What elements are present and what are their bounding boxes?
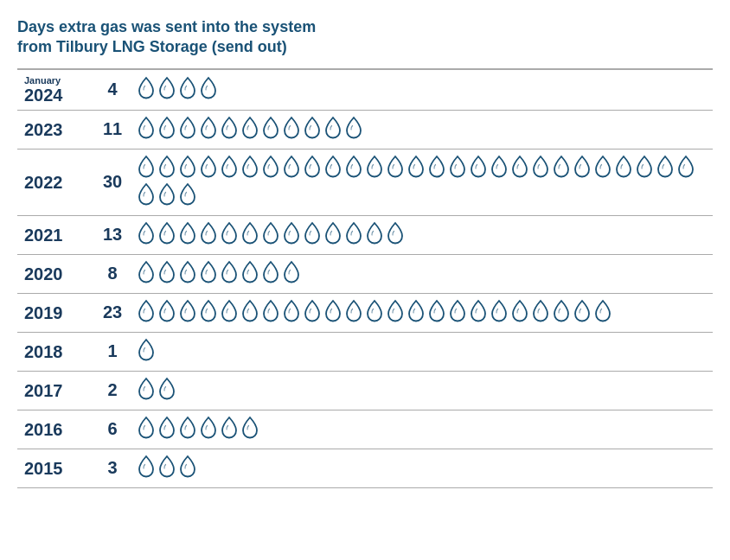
drop-icon [427, 155, 446, 179]
year-cell: 2021 [17, 215, 95, 254]
drop-icon [178, 416, 197, 440]
drop-icon [220, 116, 239, 140]
drop-icon [323, 221, 343, 245]
drop-icon [240, 416, 259, 440]
drop-icon [199, 116, 218, 140]
table-row: January20244 [17, 69, 713, 111]
drop-icon [427, 299, 446, 323]
drops-cell [130, 449, 713, 487]
year-cell: 2018 [17, 332, 95, 371]
drop-icon [282, 116, 301, 140]
drop-icon [178, 260, 197, 284]
year-cell: 2022 [17, 149, 95, 215]
drop-icon [261, 155, 280, 179]
drop-icon [157, 416, 176, 440]
drop-icon [137, 260, 156, 284]
drop-icon [157, 182, 176, 207]
drop-icon [178, 116, 197, 140]
drop-icon [157, 116, 176, 140]
drop-icon [303, 155, 322, 179]
drop-icon [240, 260, 259, 284]
drop-icon [552, 299, 571, 323]
year-cell: 2016 [17, 410, 95, 449]
drop-icon [282, 221, 301, 245]
table-row: 202311 [17, 110, 713, 149]
year-cell: 2020 [17, 254, 95, 293]
drops-cell [130, 110, 713, 149]
drop-icon [386, 155, 405, 179]
drop-icon [261, 116, 280, 140]
drop-icon [469, 299, 488, 323]
drop-icon [157, 377, 176, 401]
drops-cell [130, 371, 713, 410]
drop-icon [614, 155, 633, 179]
drop-icon [510, 299, 529, 323]
drop-icon [157, 155, 176, 179]
count-cell: 6 [95, 410, 130, 449]
count-cell: 23 [95, 293, 130, 332]
drop-icon [220, 299, 239, 323]
drop-icon [178, 155, 197, 179]
drops-cell [130, 254, 713, 293]
data-table: January20244 202311 [17, 68, 713, 488]
drop-icon [510, 155, 529, 179]
drop-icon [240, 116, 259, 140]
drop-icon [220, 221, 239, 245]
drop-icon [448, 155, 467, 179]
drop-icon [676, 155, 695, 179]
drop-icon [261, 260, 280, 284]
drop-icon [365, 299, 384, 323]
drops-cell [130, 410, 713, 449]
drop-icon [137, 338, 156, 362]
drop-icon [178, 76, 197, 100]
drop-icon [157, 76, 176, 100]
drop-icon [178, 299, 197, 323]
drop-icon [199, 260, 218, 284]
drops-cell [130, 149, 713, 215]
drop-icon [490, 155, 509, 179]
drop-icon [365, 221, 384, 245]
drop-icon [573, 299, 592, 323]
drop-icon [137, 455, 156, 479]
drop-icon [137, 182, 156, 207]
count-cell: 8 [95, 254, 130, 293]
drop-icon [157, 260, 176, 284]
drops-cell [130, 332, 713, 371]
drop-icon [137, 116, 156, 140]
count-cell: 3 [95, 449, 130, 487]
count-cell: 1 [95, 332, 130, 371]
drop-icon [157, 455, 176, 479]
drop-icon [199, 155, 218, 179]
drop-icon [344, 155, 363, 179]
drop-icon [303, 116, 322, 140]
drop-icon [365, 155, 384, 179]
drops-cell [130, 69, 713, 111]
drop-icon [240, 299, 259, 323]
drop-icon [137, 299, 156, 323]
table-row: 202113 [17, 215, 713, 254]
year-cell: 2023 [17, 110, 95, 149]
drop-icon [635, 155, 654, 179]
drop-icon [240, 221, 259, 245]
table-row: 201923 [17, 293, 713, 332]
drop-icon [220, 260, 239, 284]
drop-icon [344, 221, 363, 245]
drop-icon [448, 299, 467, 323]
table-row: 20208 [17, 254, 713, 293]
drop-icon [407, 155, 426, 179]
drop-icon [573, 155, 592, 179]
drop-icon [344, 299, 363, 323]
drop-icon [323, 116, 343, 140]
drop-icon [531, 155, 550, 179]
drop-icon [178, 455, 197, 479]
year-cell: January2024 [17, 69, 95, 111]
drop-icon [282, 299, 301, 323]
year-cell: 2015 [17, 449, 95, 487]
drop-icon [303, 221, 322, 245]
drop-icon [137, 155, 156, 179]
drop-icon [323, 155, 343, 179]
count-cell: 13 [95, 215, 130, 254]
drop-icon [199, 416, 218, 440]
drop-icon [220, 155, 239, 179]
drop-icon [261, 221, 280, 245]
